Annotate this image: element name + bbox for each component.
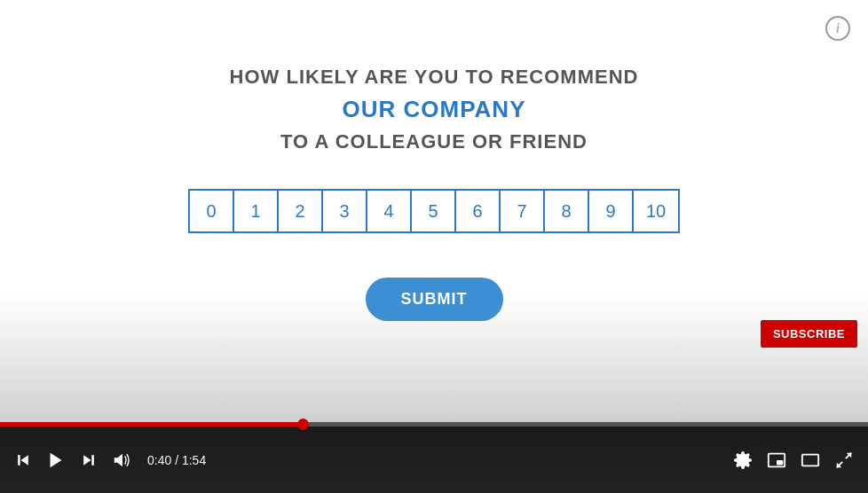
video-player: i HOW LIKELY ARE YOU TO RECOMMEND OUR CO… [0, 0, 868, 493]
play-button[interactable] [43, 447, 69, 473]
fullscreen-icon [834, 450, 854, 470]
miniplayer-button[interactable] [763, 447, 790, 473]
question-line3: TO A COLLEAGUE OR FRIEND [280, 130, 588, 153]
fullscreen-button[interactable] [831, 447, 857, 473]
svg-rect-9 [802, 454, 818, 466]
scale-item-10[interactable]: 10 [634, 191, 678, 231]
rating-scale: 012345678910 [188, 189, 680, 233]
question-line2: OUR COMPANY [343, 96, 526, 123]
progress-bar[interactable] [0, 422, 868, 426]
svg-marker-0 [21, 455, 28, 466]
miniplayer-icon [767, 450, 786, 470]
controls-row: 0:40 / 1:54 [0, 426, 868, 493]
svg-marker-2 [51, 452, 62, 467]
theater-mode-button[interactable] [797, 447, 824, 473]
svg-rect-1 [18, 455, 20, 466]
skip-forward-button[interactable] [76, 448, 101, 473]
progress-fill [0, 422, 304, 426]
svg-marker-3 [83, 455, 91, 466]
submit-button[interactable]: SUBMIT [366, 278, 503, 321]
scale-item-6[interactable]: 6 [456, 191, 501, 231]
scale-item-1[interactable]: 1 [234, 191, 279, 231]
volume-icon [112, 450, 131, 470]
info-icon[interactable]: i [825, 16, 850, 41]
svg-rect-4 [91, 455, 94, 466]
skip-forward-icon [80, 451, 98, 469]
controls-bar: 0:40 / 1:54 [0, 422, 868, 493]
survey-area: HOW LIKELY ARE YOU TO RECOMMEND OUR COMP… [188, 66, 680, 321]
question-line1: HOW LIKELY ARE YOU TO RECOMMEND [230, 66, 639, 89]
subscribe-button[interactable]: SUBSCRIBE [761, 320, 857, 348]
scale-item-2[interactable]: 2 [279, 191, 323, 231]
scale-item-4[interactable]: 4 [367, 191, 412, 231]
scale-item-0[interactable]: 0 [190, 191, 234, 231]
svg-marker-5 [114, 453, 122, 466]
scale-item-7[interactable]: 7 [501, 191, 545, 231]
play-icon [46, 450, 66, 470]
time-display: 0:40 / 1:54 [147, 453, 206, 467]
settings-icon [733, 450, 753, 470]
skip-to-beginning-button[interactable] [11, 448, 36, 473]
svg-rect-8 [777, 460, 783, 466]
video-content-area: i HOW LIKELY ARE YOU TO RECOMMEND OUR CO… [0, 0, 868, 422]
scale-item-9[interactable]: 9 [589, 191, 634, 231]
volume-button[interactable] [108, 447, 135, 473]
theater-icon [801, 450, 820, 470]
settings-button[interactable] [730, 447, 756, 473]
skip-beginning-icon [14, 451, 32, 469]
scale-item-8[interactable]: 8 [545, 191, 589, 231]
scale-item-3[interactable]: 3 [323, 191, 367, 231]
scale-item-5[interactable]: 5 [412, 191, 456, 231]
